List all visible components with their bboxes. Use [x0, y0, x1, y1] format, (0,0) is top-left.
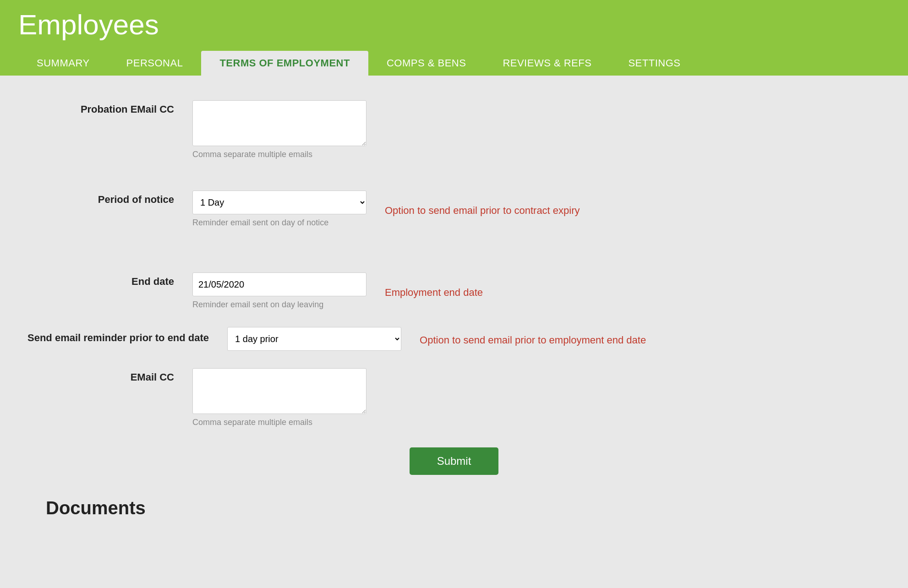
email-cc-input[interactable] — [192, 368, 366, 414]
email-cc-note — [366, 397, 385, 399]
period-of-notice-wrap: 1 Day 2 Days 3 Days 1 Week 2 Weeks 1 Mon… — [192, 191, 366, 228]
documents-heading: Documents — [27, 493, 881, 518]
tab-personal[interactable]: PERSONAL — [108, 51, 202, 76]
end-date-input[interactable] — [192, 272, 366, 296]
send-email-reminder-select[interactable]: 1 day prior 2 days prior 3 days prior 1 … — [227, 327, 401, 351]
period-of-notice-note: Option to send email prior to contract e… — [366, 202, 580, 217]
probation-email-wrap: Comma separate multiple emails — [192, 100, 366, 159]
send-email-reminder-row: Send email reminder prior to end date 1 … — [27, 321, 881, 357]
email-cc-hint: Comma separate multiple emails — [192, 418, 366, 427]
end-date-hint: Reminder email sent on day leaving — [192, 300, 366, 310]
tab-summary[interactable]: SUMMARY — [18, 51, 108, 76]
period-of-notice-row: Period of notice 1 Day 2 Days 3 Days 1 W… — [27, 184, 881, 234]
nav-tabs: SUMMARY PERSONAL TERMS OF EMPLOYMENT COM… — [18, 46, 890, 76]
submit-row: Submit — [27, 447, 881, 475]
end-date-row: End date Reminder email sent on day leav… — [27, 266, 881, 316]
send-email-reminder-label: Send email reminder prior to end date — [27, 327, 227, 345]
content-area: Probation EMail CC Comma separate multip… — [0, 76, 908, 537]
tab-reviews-refs[interactable]: REVIEWS & REFS — [484, 51, 610, 76]
end-date-wrap: Reminder email sent on day leaving — [192, 272, 366, 310]
page-title: Employees — [18, 8, 890, 46]
period-of-notice-select[interactable]: 1 Day 2 Days 3 Days 1 Week 2 Weeks 1 Mon… — [192, 191, 366, 214]
tab-comps-bens[interactable]: COMPS & BENS — [368, 51, 484, 76]
period-of-notice-label: Period of notice — [27, 191, 192, 207]
email-cc-label: EMail CC — [27, 368, 192, 384]
probation-email-label: Probation EMail CC — [27, 100, 192, 116]
end-date-label: End date — [27, 272, 192, 289]
send-email-reminder-wrap: 1 day prior 2 days prior 3 days prior 1 … — [227, 327, 401, 351]
probation-email-hint: Comma separate multiple emails — [192, 150, 366, 159]
submit-button[interactable]: Submit — [410, 447, 499, 475]
send-email-reminder-note: Option to send email prior to employment… — [401, 332, 646, 346]
probation-email-row: Probation EMail CC Comma separate multip… — [27, 94, 881, 166]
header: Employees SUMMARY PERSONAL TERMS OF EMPL… — [0, 0, 908, 76]
tab-settings[interactable]: SETTINGS — [610, 51, 699, 76]
period-of-notice-hint: Reminder email sent on day of notice — [192, 218, 366, 228]
tab-terms-of-employment[interactable]: TERMS OF EMPLOYMENT — [201, 51, 368, 76]
end-date-note: Employment end date — [366, 284, 483, 299]
probation-email-input[interactable] — [192, 100, 366, 146]
email-cc-row: EMail CC Comma separate multiple emails — [27, 362, 881, 434]
probation-email-note — [366, 129, 385, 131]
email-cc-wrap: Comma separate multiple emails — [192, 368, 366, 427]
